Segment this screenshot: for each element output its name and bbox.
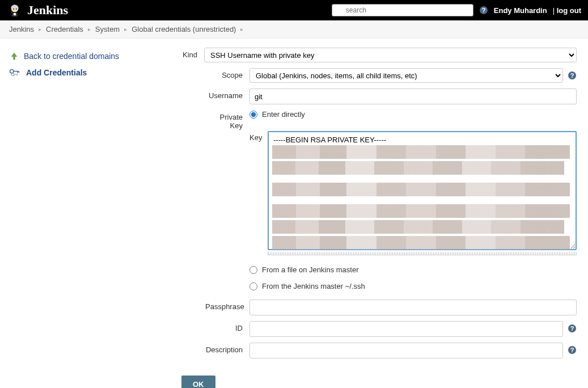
row-username: Username [205, 88, 577, 104]
label-key: Key [249, 131, 268, 255]
jenkins-logo-icon [7, 2, 23, 18]
label-username: Username [205, 88, 249, 104]
sidebar-item-back[interactable]: Back to credential domains [9, 48, 172, 65]
header-right: ? Endy Muhardin | log out [332, 4, 581, 16]
row-private-key: Private Key Enter directly Key -----BEGI… [205, 110, 577, 294]
sidebar-add-credentials-link[interactable]: Add Credentials [26, 68, 87, 77]
radio-enter-directly-label: Enter directly [262, 110, 305, 119]
svg-point-8 [10, 70, 14, 73]
help-icon[interactable]: ? [479, 6, 488, 15]
label-kind: Kind [181, 48, 204, 62]
radio-from-file-label: From a file on Jenkins master [262, 265, 359, 274]
radio-enter-directly[interactable] [249, 111, 257, 119]
label-id: ID [205, 321, 249, 337]
arrow-up-icon [9, 51, 19, 61]
breadcrumb-item[interactable]: Credentials [46, 25, 83, 33]
breadcrumb-item[interactable]: Global credentials (unrestricted) [132, 25, 236, 33]
radio-from-ssh-row: From the Jenkins master ~/.ssh [249, 282, 577, 290]
chevron-right-icon: ▸ [124, 26, 127, 32]
textarea-resize-handle[interactable] [268, 252, 577, 255]
svg-rect-3 [14, 13, 16, 15]
radio-enter-directly-row: Enter directly [249, 110, 577, 119]
svg-point-12 [11, 73, 14, 76]
help-icon[interactable]: ? [568, 71, 577, 80]
radio-from-file-row: From a file on Jenkins master [249, 265, 577, 274]
input-description[interactable] [249, 343, 563, 359]
key-pair-icon [9, 68, 22, 77]
search-input[interactable] [332, 4, 473, 16]
main-form: Kind SSH Username with private key Scope… [181, 39, 588, 388]
svg-text:?: ? [570, 347, 574, 353]
label-passphrase: Passphrase [205, 300, 249, 315]
breadcrumb-item[interactable]: System [95, 25, 120, 33]
label-scope: Scope [205, 68, 249, 83]
key-entry-section: Key -----BEGIN RSA PRIVATE KEY----- [249, 131, 577, 255]
main-container: Back to credential domains Add Credentia… [0, 39, 588, 388]
label-description: Description [205, 343, 249, 359]
breadcrumb-item[interactable]: Jenkins [9, 25, 34, 33]
row-id: ID ? [205, 321, 577, 337]
main-header: Jenkins ? Endy Muhardin | log out [0, 0, 588, 20]
sidebar-item-add-credentials[interactable]: Add Credentials [9, 65, 172, 81]
svg-text:?: ? [570, 72, 574, 79]
input-username[interactable] [249, 88, 577, 104]
select-scope[interactable]: Global (Jenkins, nodes, items, all child… [249, 68, 563, 83]
chevron-right-icon: ▸ [240, 26, 243, 32]
logout-link[interactable]: log out [557, 6, 581, 15]
svg-text:?: ? [481, 7, 485, 14]
chevron-right-icon: ▸ [88, 26, 91, 32]
radio-from-file[interactable] [249, 266, 257, 274]
textarea-key[interactable]: -----BEGIN RSA PRIVATE KEY----- [268, 131, 577, 250]
chevron-right-icon: ▸ [39, 26, 41, 32]
logout-sep: | [553, 6, 557, 15]
user-name[interactable]: Endy Muhardin [494, 6, 547, 15]
logo-text: Jenkins [27, 3, 68, 18]
help-icon[interactable]: ? [568, 324, 577, 333]
radio-from-ssh-label: From the Jenkins master ~/.ssh [262, 282, 365, 290]
svg-point-1 [13, 9, 14, 10]
sidebar-back-link[interactable]: Back to credential domains [24, 52, 119, 61]
select-kind[interactable]: SSH Username with private key [204, 48, 577, 62]
row-passphrase: Passphrase [205, 300, 577, 315]
svg-point-2 [16, 9, 17, 10]
ok-button[interactable]: OK [181, 376, 215, 388]
row-kind: Kind SSH Username with private key [181, 48, 577, 62]
radio-from-ssh[interactable] [249, 282, 257, 290]
row-scope: Scope Global (Jenkins, nodes, items, all… [205, 68, 577, 83]
logout-area: | log out [553, 6, 581, 15]
input-id[interactable] [249, 321, 563, 337]
search-wrapper [332, 4, 473, 16]
input-passphrase[interactable] [249, 300, 577, 315]
logo[interactable]: Jenkins [7, 2, 68, 18]
row-description: Description ? [205, 343, 577, 359]
sidebar: Back to credential domains Add Credentia… [0, 39, 181, 388]
label-private-key: Private Key [205, 110, 249, 294]
help-icon[interactable]: ? [568, 345, 577, 355]
breadcrumb: Jenkins ▸ Credentials ▸ System ▸ Global … [0, 20, 588, 39]
svg-text:?: ? [570, 325, 574, 332]
